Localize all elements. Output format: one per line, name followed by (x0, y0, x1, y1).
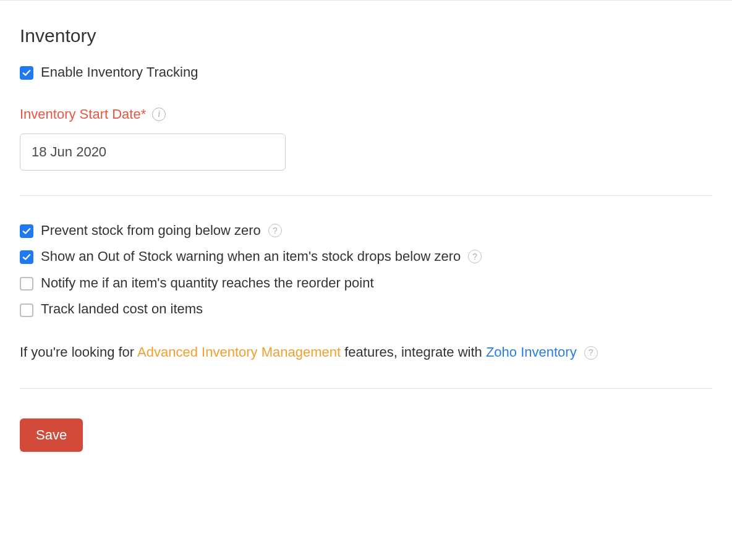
start-date-input[interactable] (20, 134, 286, 171)
track-landed-cost-label: Track landed cost on items (41, 300, 203, 318)
bottom-divider (20, 388, 712, 389)
info-icon[interactable]: i (152, 108, 166, 121)
enable-inventory-tracking-row: Enable Inventory Tracking (20, 64, 712, 82)
enable-tracking-checkbox[interactable] (20, 66, 33, 80)
section-divider (20, 195, 712, 196)
save-button[interactable]: Save (20, 418, 83, 452)
check-icon (22, 227, 31, 235)
zoho-inventory-link[interactable]: Zoho Inventory (486, 344, 577, 360)
check-icon (22, 253, 31, 261)
track-landed-cost-checkbox[interactable] (20, 303, 33, 317)
enable-tracking-label: Enable Inventory Tracking (41, 64, 198, 82)
notify-reorder-checkbox[interactable] (20, 277, 33, 291)
notify-reorder-row: Notify me if an item's quantity reaches … (20, 274, 712, 292)
prevent-below-zero-row: Prevent stock from going below zero ? (20, 222, 712, 240)
advanced-inventory-text: If you're looking for Advanced Inventory… (20, 341, 712, 363)
advanced-prefix: If you're looking for (20, 344, 137, 360)
check-icon (22, 69, 31, 77)
help-icon[interactable]: ? (584, 346, 598, 360)
start-date-label-row: Inventory Start Date* i (20, 106, 712, 122)
advanced-middle: features, integrate with (344, 344, 486, 360)
advanced-highlight: Advanced Inventory Management (137, 344, 341, 360)
out-of-stock-warning-label: Show an Out of Stock warning when an ite… (41, 248, 461, 266)
prevent-below-zero-checkbox[interactable] (20, 224, 33, 238)
help-icon[interactable]: ? (268, 224, 282, 237)
section-heading: Inventory (20, 25, 712, 46)
start-date-label: Inventory Start Date* (20, 106, 146, 122)
prevent-below-zero-label: Prevent stock from going below zero (41, 222, 261, 240)
out-of-stock-warning-row: Show an Out of Stock warning when an ite… (20, 248, 712, 266)
out-of-stock-warning-checkbox[interactable] (20, 250, 33, 264)
track-landed-cost-row: Track landed cost on items (20, 300, 712, 318)
notify-reorder-label: Notify me if an item's quantity reaches … (41, 274, 374, 292)
help-icon[interactable]: ? (468, 250, 482, 263)
